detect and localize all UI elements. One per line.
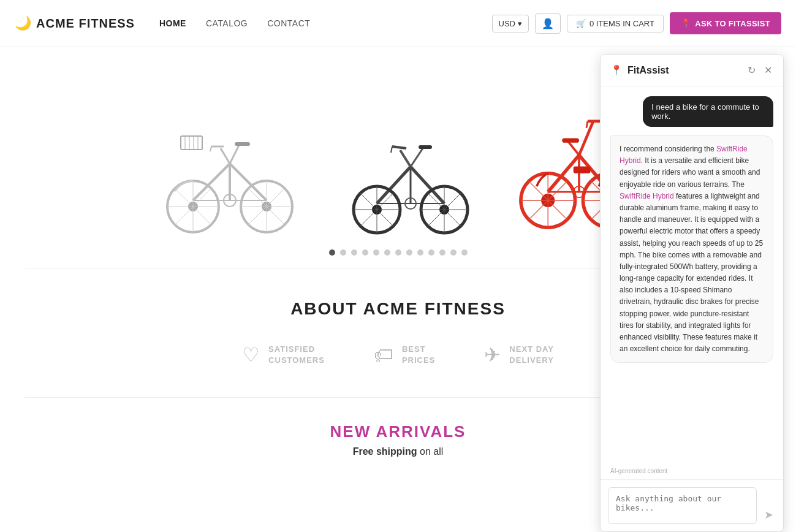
free-shipping-text: Free shipping xyxy=(353,446,417,457)
cart-icon: 🛒 xyxy=(576,19,586,28)
carousel-dot-8[interactable] xyxy=(406,249,412,256)
chat-close-button[interactable]: ✕ xyxy=(763,63,773,77)
fitassist-pin-icon: 📍 xyxy=(681,18,691,28)
nav-contact[interactable]: CONTACT xyxy=(267,18,310,28)
cart-label: 0 ITEMS IN CART xyxy=(589,19,654,28)
carousel-dot-12[interactable] xyxy=(450,249,457,256)
svg-line-4 xyxy=(230,145,239,164)
carousel-dot-5[interactable] xyxy=(373,249,379,256)
currency-selector[interactable]: USD ▾ xyxy=(492,15,529,32)
nav-home[interactable]: HOME xyxy=(159,18,186,28)
nav-catalog[interactable]: CATALOG xyxy=(206,18,248,28)
svg-rect-33 xyxy=(419,145,432,149)
chat-refresh-button[interactable]: ↻ xyxy=(746,63,757,77)
svg-line-28 xyxy=(377,167,411,203)
carousel-dot-1[interactable] xyxy=(329,249,335,256)
carousel-dot-10[interactable] xyxy=(428,249,434,256)
delivery-text: NEXT DAY DELIVERY xyxy=(509,344,554,366)
chat-messages: I need a bike for a commute to work. I r… xyxy=(601,86,783,468)
chat-title: FitAssist xyxy=(627,65,741,76)
delivery-icon: ✈ xyxy=(484,343,501,367)
svg-line-36 xyxy=(391,146,392,153)
chat-pin-icon: 📍 xyxy=(610,64,623,76)
currency-dropdown-icon: ▾ xyxy=(518,19,522,28)
svg-line-32 xyxy=(411,148,423,167)
fitassist-label: ASK TO FITASSIST xyxy=(695,19,770,28)
main-nav: HOME CATALOG CONTACT xyxy=(159,18,492,28)
logo-text: ACME FITNESS xyxy=(36,17,135,31)
header: 🌙 ACME FITNESS HOME CATALOG CONTACT USD … xyxy=(0,0,796,47)
chat-header: 📍 FitAssist ↻ ✕ xyxy=(601,55,783,86)
carousel-dot-4[interactable] xyxy=(362,249,368,256)
svg-rect-21 xyxy=(181,136,202,150)
feature-prices: 🏷 BEST PRICES xyxy=(374,343,435,367)
svg-line-29 xyxy=(411,167,444,203)
new-arrivals-subtitle-rest: on all xyxy=(417,446,444,457)
chat-panel: 📍 FitAssist ↻ ✕ I need a bike for a comm… xyxy=(600,54,784,469)
svg-rect-71 xyxy=(573,167,590,173)
prices-text: BEST PRICES xyxy=(402,344,435,366)
header-actions: USD ▾ 👤 🛒 0 ITEMS IN CART 📍 ASK TO FITAS… xyxy=(492,12,782,34)
logo-icon: 🌙 xyxy=(15,15,31,31)
svg-line-34 xyxy=(400,150,411,167)
cart-button[interactable]: 🛒 0 ITEMS IN CART xyxy=(567,15,664,32)
swiftride-link-1[interactable]: SwiftRide Hybrid xyxy=(620,145,748,165)
heart-icon: ♡ xyxy=(242,343,260,367)
feature-delivery: ✈ NEXT DAY DELIVERY xyxy=(484,343,554,367)
ai-generated-note: AI-generated content xyxy=(601,468,783,469)
bike-item-2[interactable] xyxy=(334,108,487,237)
svg-rect-58 xyxy=(562,138,579,142)
carousel-dot-9[interactable] xyxy=(417,249,423,256)
account-button[interactable]: 👤 xyxy=(535,13,561,34)
carousel-dot-11[interactable] xyxy=(439,249,445,256)
svg-line-35 xyxy=(392,146,406,148)
main-wrapper: ABOUT ACME FITNESS ♡ SATISFIED CUSTOMERS… xyxy=(0,47,796,469)
carousel-dot-6[interactable] xyxy=(384,249,390,256)
bike-svg-1 xyxy=(144,102,316,237)
svg-line-56 xyxy=(586,121,588,128)
tag-icon: 🏷 xyxy=(374,344,393,367)
carousel-dot-3[interactable] xyxy=(351,249,357,256)
assistant-message-1: I recommend considering the SwiftRide Hy… xyxy=(610,135,773,363)
logo[interactable]: 🌙 ACME FITNESS xyxy=(15,15,135,31)
svg-rect-5 xyxy=(235,142,250,146)
bike-svg-2 xyxy=(334,108,487,237)
svg-line-6 xyxy=(221,148,230,164)
feature-satisfied: ♡ SATISFIED CUSTOMERS xyxy=(242,343,325,367)
person-icon: 👤 xyxy=(542,18,554,29)
fitassist-button[interactable]: 📍 ASK TO FITASSIST xyxy=(670,12,781,34)
svg-line-57 xyxy=(567,141,578,155)
user-message-1: I need a bike for a commute to work. xyxy=(643,96,773,127)
bike-item-1[interactable] xyxy=(144,102,316,237)
chat-header-actions: ↻ ✕ xyxy=(746,63,773,77)
carousel-dot-13[interactable] xyxy=(461,249,468,256)
carousel-dot-2[interactable] xyxy=(340,249,346,256)
satisfied-text: SATISFIED CUSTOMERS xyxy=(268,344,325,366)
currency-value: USD xyxy=(499,19,515,28)
carousel-dot-7[interactable] xyxy=(395,249,401,256)
swiftride-link-2[interactable]: SwiftRide Hybrid xyxy=(620,192,674,200)
svg-line-8 xyxy=(210,146,211,151)
